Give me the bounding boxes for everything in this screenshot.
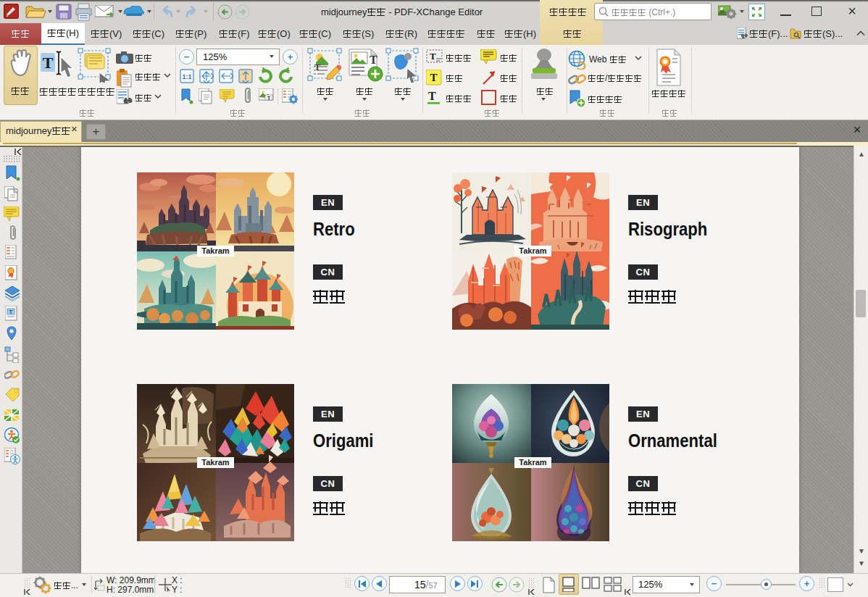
svg-text:T: T bbox=[428, 90, 436, 102]
svg-text:T: T bbox=[43, 54, 54, 72]
svg-text:1:1: 1:1 bbox=[182, 73, 191, 80]
svg-text:T: T bbox=[430, 72, 437, 83]
svg-text:T: T bbox=[9, 309, 13, 315]
svg-text:T: T bbox=[314, 62, 320, 72]
svg-text:T: T bbox=[430, 51, 436, 62]
svg-text:T: T bbox=[267, 95, 271, 101]
svg-text:T: T bbox=[370, 54, 377, 66]
